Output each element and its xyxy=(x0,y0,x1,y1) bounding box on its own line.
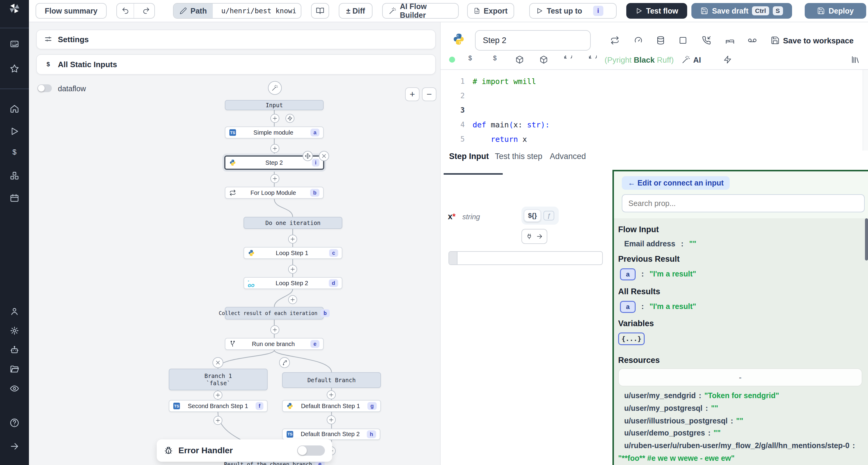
cache-repeat-icon[interactable] xyxy=(610,36,619,45)
undo-icon[interactable] xyxy=(117,4,134,18)
audit-eye-icon[interactable] xyxy=(10,384,19,393)
variables-row[interactable]: {...} xyxy=(618,332,864,345)
reload-icon[interactable] xyxy=(588,56,597,64)
home-icon[interactable] xyxy=(10,104,19,114)
reload-icon[interactable] xyxy=(564,56,572,64)
resources-icon[interactable] xyxy=(10,171,19,181)
edit-or-connect-button[interactable]: ← Edit or connect an input xyxy=(622,176,730,190)
node-collect-result[interactable]: Collect result of each iteration b xyxy=(225,307,324,320)
test-flow-button[interactable]: Test flow xyxy=(626,3,687,19)
previous-result-row[interactable]: a : "I'm a result" xyxy=(620,268,864,280)
phone-incoming-icon[interactable] xyxy=(702,36,711,45)
add-step-button[interactable] xyxy=(288,265,297,274)
test-up-to-button[interactable]: Test up to i xyxy=(529,3,617,19)
remove-branch-button[interactable] xyxy=(213,357,223,368)
workers-robot-icon[interactable] xyxy=(10,345,19,355)
function-mode-button[interactable]: ƒ xyxy=(544,211,554,221)
error-handler-toggle[interactable] xyxy=(297,445,325,456)
code-editor[interactable]: 1 2 3 4 5 # import wmill def main(x: str… xyxy=(441,70,868,151)
ai-wand-icon[interactable] xyxy=(682,56,690,64)
add-step-button[interactable] xyxy=(288,235,297,244)
resource-row[interactable]: u/user/demo_postgres:"" xyxy=(624,427,864,438)
variables-dollar-icon[interactable]: $ xyxy=(466,54,475,65)
app-switcher-icon[interactable] xyxy=(10,39,19,49)
user-icon[interactable] xyxy=(10,307,19,316)
arg-value-input[interactable] xyxy=(448,251,603,265)
deploy-button[interactable]: Deploy xyxy=(805,3,866,19)
all-results-row[interactable]: a : "I'm a result" xyxy=(620,300,864,313)
package-icon[interactable] xyxy=(516,56,524,64)
editor-scrollbar[interactable] xyxy=(863,70,868,151)
help-icon[interactable] xyxy=(9,418,20,428)
input-drag-handle[interactable] xyxy=(449,252,458,264)
library-icon[interactable] xyxy=(851,55,860,64)
add-step-button[interactable] xyxy=(327,390,336,399)
add-branch-button[interactable] xyxy=(279,357,290,368)
path-edit-button[interactable]: Path xyxy=(174,4,213,18)
tab-test-this-step[interactable]: Test this step xyxy=(495,152,542,161)
zoom-in-button[interactable]: + xyxy=(405,87,420,101)
voicemail-icon[interactable] xyxy=(747,36,757,45)
dataflow-toggle[interactable] xyxy=(37,84,52,92)
export-button[interactable]: Export xyxy=(467,3,514,19)
result-id-badge[interactable]: a xyxy=(620,301,636,313)
database-icon[interactable] xyxy=(656,36,665,45)
node-for-loop[interactable]: For Loop Module b xyxy=(225,187,324,199)
node-second-branch-step1[interactable]: TS Second Branch Step 1 f xyxy=(169,400,268,412)
all-static-inputs-header[interactable]: $ All Static Inputs xyxy=(36,54,436,75)
delete-node-button[interactable] xyxy=(319,151,329,161)
flow-canvas[interactable]: Settings $ All Static Inputs dataflow + … xyxy=(29,22,440,465)
schedules-icon[interactable] xyxy=(10,193,19,203)
settings-gear-icon[interactable] xyxy=(10,326,19,335)
tab-advanced[interactable]: Advanced xyxy=(550,152,586,161)
diff-button[interactable]: ± Diff xyxy=(339,3,373,19)
node-loop-step1[interactable]: Loop Step 1 c xyxy=(244,247,342,259)
resource-row[interactable]: u/user/my_postgresql:"" xyxy=(624,402,864,413)
node-simple-module[interactable]: TS Simple module a xyxy=(225,127,324,138)
node-input[interactable]: Input xyxy=(225,100,324,110)
node-branch1[interactable]: Branch 1 `false` xyxy=(169,369,268,390)
sleep-bed-icon[interactable] xyxy=(725,36,735,45)
move-node-button[interactable] xyxy=(303,151,313,161)
add-step-button[interactable] xyxy=(270,114,279,123)
zoom-out-button[interactable]: − xyxy=(422,87,436,101)
add-step-button[interactable] xyxy=(213,391,222,400)
ai-label[interactable]: AI xyxy=(693,56,701,65)
add-step-button[interactable] xyxy=(270,144,279,153)
node-default-branch-step2[interactable]: TS Default Branch Step 2 h xyxy=(282,429,380,440)
resource-type-select[interactable]: - xyxy=(618,368,862,387)
variables-icon[interactable]: $ xyxy=(10,147,19,160)
runs-icon[interactable] xyxy=(10,127,19,136)
docs-book-button[interactable] xyxy=(311,3,329,19)
panel-scrollbar-thumb[interactable] xyxy=(865,218,868,261)
redo-icon[interactable] xyxy=(138,4,154,18)
windmill-logo-icon[interactable] xyxy=(8,2,21,17)
tab-step-input[interactable]: Step Input xyxy=(449,152,489,161)
search-prop-input[interactable] xyxy=(622,194,865,212)
trigger-zap-button[interactable] xyxy=(285,114,294,123)
flow-summary-button[interactable]: Flow summary xyxy=(36,3,107,19)
folders-icon[interactable] xyxy=(10,364,19,374)
ai-flow-builder-button[interactable]: AI Flow Builder xyxy=(382,3,459,19)
connect-input-button[interactable] xyxy=(521,229,547,244)
variables-object-badge[interactable]: {...} xyxy=(618,332,645,345)
favorites-star-icon[interactable] xyxy=(10,64,19,73)
save-draft-button[interactable]: Save draft Ctrl S xyxy=(691,3,792,19)
node-run-one-branch[interactable]: Run one branch e xyxy=(225,338,324,350)
add-step-button[interactable] xyxy=(270,325,279,334)
flow-input-row[interactable]: Email address : "" xyxy=(624,238,864,249)
save-icon[interactable] xyxy=(771,36,780,45)
save-to-workspace-label[interactable]: Save to workspace xyxy=(783,36,854,45)
add-step-button[interactable] xyxy=(213,416,222,425)
add-step-button[interactable] xyxy=(270,174,279,183)
add-step-button[interactable] xyxy=(288,295,297,304)
mock-square-icon[interactable] xyxy=(678,36,687,45)
settings-panel-header[interactable]: Settings xyxy=(36,30,436,49)
expand-arrow-icon[interactable] xyxy=(10,441,19,451)
timeout-gauge-icon[interactable] xyxy=(634,36,643,45)
path-input[interactable] xyxy=(216,7,301,15)
ai-wand-circle-button[interactable] xyxy=(268,81,282,95)
template-expr-button[interactable]: ${} xyxy=(524,209,541,222)
package-icon[interactable] xyxy=(539,56,548,64)
resource-row[interactable]: u/user/my_sendgrid:"Token for sendgrid" xyxy=(624,389,864,401)
